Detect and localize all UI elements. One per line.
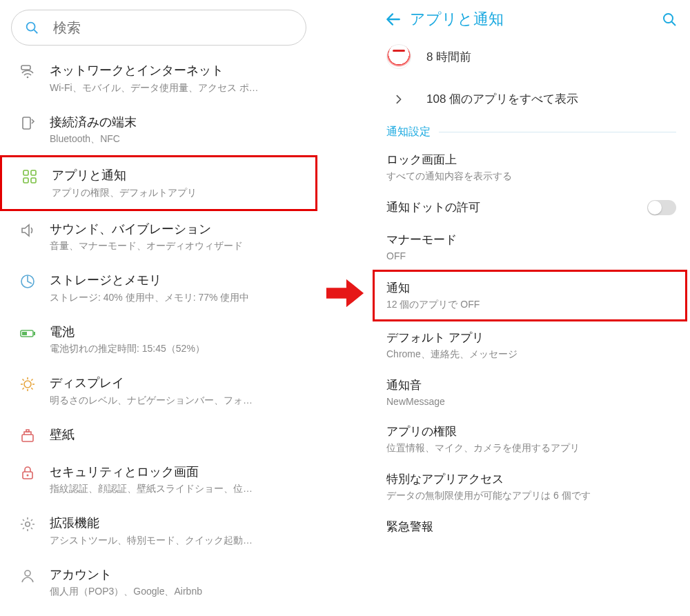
pref-lock-screen[interactable]: ロック画面上 すべての通知内容を表示する bbox=[373, 143, 690, 191]
pref-title: アプリの権限 bbox=[386, 424, 676, 439]
search-button[interactable] bbox=[656, 11, 683, 28]
svg-rect-5 bbox=[23, 170, 28, 175]
apps-notifications-panel: アプリと通知 8 時間前 108 個のアプリをすべて表示 通知設定 ロック画面上… bbox=[373, 0, 690, 616]
settings-row-extension[interactable]: 拡張機能 アシストツール、特別モード、クイック起動… bbox=[0, 505, 317, 557]
row-title: アプリと通知 bbox=[52, 167, 304, 184]
lock-icon bbox=[14, 465, 41, 481]
pref-title: 通知音 bbox=[386, 377, 676, 393]
svg-line-28 bbox=[672, 22, 676, 26]
settings-row-security[interactable]: セキュリティとロック画面 指紋認証、顔認証、壁紙スライドショー、位… bbox=[0, 454, 317, 506]
settings-row-storage[interactable]: ストレージとメモリ ストレージ: 40% 使用中、メモリ: 77% 使用中 bbox=[0, 262, 317, 314]
row-title: 電池 bbox=[50, 324, 306, 341]
pref-title: マナーモード bbox=[386, 232, 676, 248]
header-title: アプリと通知 bbox=[410, 9, 656, 30]
row-sub: ストレージ: 40% 使用中、メモリ: 77% 使用中 bbox=[50, 292, 306, 304]
settings-row-sound[interactable]: サウンド、バイブレーション 音量、マナーモード、オーディオウィザード bbox=[0, 211, 317, 263]
row-sub: 電池切れの推定時間: 15:45（52%） bbox=[50, 343, 306, 355]
pref-title: 緊急警報 bbox=[386, 519, 676, 535]
row-sub: Wi-Fi、モバイル、データ使用量、アクセス ポ… bbox=[50, 82, 306, 95]
pref-notifications[interactable]: 通知 12 個のアプリで OFF bbox=[373, 270, 687, 321]
pref-title: ロック画面上 bbox=[386, 152, 676, 168]
pref-emergency[interactable]: 緊急警報 bbox=[373, 510, 690, 543]
settings-row-apps[interactable]: アプリと通知 アプリの権限、デフォルトアプリ bbox=[0, 155, 317, 211]
toggle-switch[interactable] bbox=[647, 200, 676, 215]
row-title: セキュリティとロック画面 bbox=[50, 464, 306, 481]
row-sub: Bluetooth、NFC bbox=[50, 133, 306, 146]
settings-row-wallpaper[interactable]: 壁紙 bbox=[0, 417, 317, 454]
svg-point-13 bbox=[24, 381, 31, 388]
gear-icon bbox=[14, 516, 41, 533]
pref-notification-sound[interactable]: 通知音 NewMessage bbox=[373, 369, 690, 415]
settings-row-account[interactable]: アカウント 個人用（POP3）、Google、Airbnb bbox=[0, 557, 317, 608]
account-icon bbox=[14, 568, 41, 584]
pref-sub: 12 個のアプリで OFF bbox=[386, 299, 671, 311]
show-all-label: 108 個のアプリをすべて表示 bbox=[426, 91, 578, 107]
pref-notification-dot[interactable]: 通知ドットの許可 bbox=[373, 191, 690, 223]
recent-time: 8 時間前 bbox=[426, 49, 471, 65]
settings-row-connected[interactable]: 接続済みの端末 Bluetooth、NFC bbox=[0, 104, 317, 156]
recent-app-row[interactable]: 8 時間前 bbox=[373, 39, 690, 81]
battery-icon bbox=[14, 325, 41, 341]
settings-list: ネットワークとインターネット Wi-Fi、モバイル、データ使用量、アクセス ポ…… bbox=[0, 52, 317, 608]
svg-rect-3 bbox=[21, 66, 30, 70]
search-box[interactable] bbox=[11, 10, 306, 46]
settings-panel: ネットワークとインターネット Wi-Fi、モバイル、データ使用量、アクセス ポ…… bbox=[0, 0, 317, 616]
pref-sub: データの無制限使用が可能なアプリは 6 個です bbox=[386, 490, 676, 502]
row-title: 拡張機能 bbox=[50, 515, 306, 532]
header: アプリと通知 bbox=[373, 0, 690, 39]
pref-default-apps[interactable]: デフォルト アプリ Chrome、連絡先、メッセージ bbox=[373, 321, 690, 369]
svg-point-26 bbox=[25, 570, 30, 576]
show-all-apps[interactable]: 108 個のアプリをすべて表示 bbox=[373, 81, 690, 121]
svg-rect-11 bbox=[34, 332, 35, 335]
svg-point-2 bbox=[27, 77, 29, 79]
svg-rect-4 bbox=[23, 117, 30, 129]
svg-line-1 bbox=[34, 30, 37, 33]
settings-row-battery[interactable]: 電池 電池切れの推定時間: 15:45（52%） bbox=[0, 314, 317, 366]
svg-rect-6 bbox=[31, 170, 36, 175]
pref-manner-mode[interactable]: マナーモード OFF bbox=[373, 223, 690, 270]
pref-app-permissions[interactable]: アプリの権限 位置情報、マイク、カメラを使用するアプリ bbox=[373, 415, 690, 463]
section-label-text: 通知設定 bbox=[386, 125, 431, 139]
row-title: ストレージとメモリ bbox=[50, 272, 306, 289]
pref-special-access[interactable]: 特別なアプリアクセス データの無制限使用が可能なアプリは 6 個です bbox=[373, 463, 690, 510]
row-title: アカウント bbox=[50, 566, 306, 584]
row-sub: アシストツール、特別モード、クイック起動… bbox=[50, 535, 306, 547]
svg-line-21 bbox=[31, 379, 32, 381]
search-input[interactable] bbox=[53, 20, 293, 36]
row-title: 壁紙 bbox=[50, 426, 306, 444]
svg-rect-8 bbox=[31, 178, 36, 183]
pref-sub: OFF bbox=[386, 250, 676, 261]
display-icon bbox=[14, 376, 41, 393]
row-title: 接続済みの端末 bbox=[50, 114, 306, 131]
pref-sub: NewMessage bbox=[386, 396, 676, 407]
row-sub: 指紋認証、顔認証、壁紙スライドショー、位… bbox=[50, 483, 306, 495]
row-sub: 個人用（POP3）、Google、Airbnb bbox=[50, 586, 306, 598]
svg-line-19 bbox=[31, 388, 32, 389]
svg-line-20 bbox=[23, 388, 24, 389]
svg-point-0 bbox=[27, 23, 35, 31]
row-title: ネットワークとインターネット bbox=[50, 62, 306, 79]
arrow-icon bbox=[324, 276, 366, 310]
pref-sub: すべての通知内容を表示する bbox=[386, 170, 676, 183]
pref-title: 通知ドットの許可 bbox=[386, 199, 647, 215]
row-title: ディスプレイ bbox=[50, 375, 306, 392]
pref-title: 通知 bbox=[386, 280, 671, 296]
network-icon bbox=[14, 63, 41, 80]
row-title: サウンド、バイブレーション bbox=[50, 221, 306, 238]
divider bbox=[439, 132, 676, 132]
svg-rect-22 bbox=[22, 435, 33, 441]
settings-row-display[interactable]: ディスプレイ 明るさのレベル、ナビゲーションバー、フォ… bbox=[0, 365, 317, 417]
wallpaper-icon bbox=[14, 428, 41, 444]
sound-icon bbox=[14, 222, 41, 239]
svg-point-25 bbox=[26, 522, 30, 526]
svg-point-27 bbox=[664, 14, 673, 23]
svg-rect-7 bbox=[23, 178, 28, 183]
pref-sub: 位置情報、マイク、カメラを使用するアプリ bbox=[386, 442, 676, 455]
row-sub: 音量、マナーモード、オーディオウィザード bbox=[50, 240, 306, 252]
app-icon bbox=[386, 44, 411, 69]
apps-icon bbox=[16, 168, 43, 185]
settings-row-network[interactable]: ネットワークとインターネット Wi-Fi、モバイル、データ使用量、アクセス ポ… bbox=[0, 52, 317, 104]
back-button[interactable] bbox=[379, 10, 407, 28]
search-icon bbox=[24, 20, 39, 35]
svg-line-18 bbox=[23, 379, 24, 381]
